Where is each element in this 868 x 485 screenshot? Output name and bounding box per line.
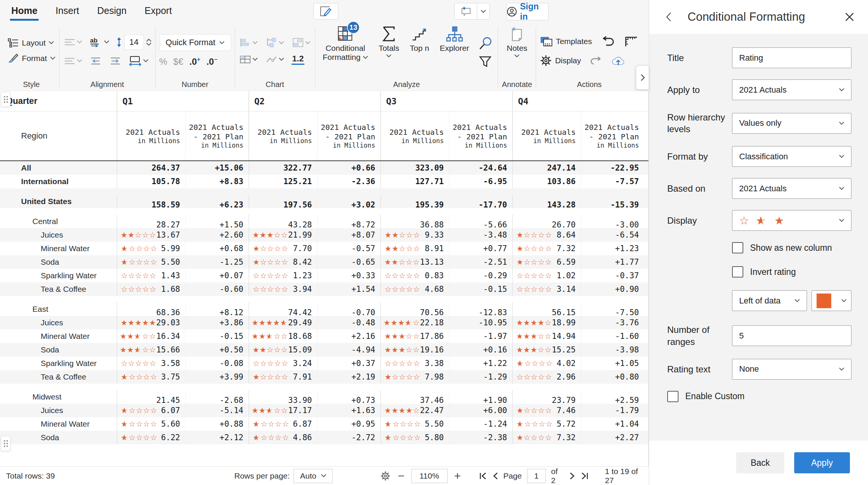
variance-cell[interactable]: +0.07 bbox=[185, 269, 249, 282]
variance-cell[interactable]: -15.39 bbox=[581, 195, 644, 208]
row-label[interactable]: Soda bbox=[0, 433, 117, 442]
row-label[interactable]: East bbox=[0, 305, 117, 314]
currency-format-button[interactable]: $€ bbox=[173, 56, 183, 67]
wrap-text-button[interactable]: ab bbox=[89, 37, 110, 48]
actuals-cell[interactable]: 247.14 bbox=[512, 161, 581, 175]
increase-decimal-button[interactable]: .0+ bbox=[189, 56, 200, 67]
actuals-cell[interactable]: ★☆☆☆☆7.91 bbox=[249, 370, 317, 384]
variance-cell[interactable]: +0.90 bbox=[581, 282, 644, 296]
actuals-cell[interactable]: ☆★☆☆☆☆4.86 bbox=[249, 431, 317, 444]
actuals-cell[interactable]: ☆☆☆☆☆1.68 bbox=[117, 282, 185, 296]
column-width-button[interactable] bbox=[128, 55, 149, 67]
actuals-cell[interactable]: ☆★☆☆☆☆6.07 bbox=[117, 404, 185, 417]
actuals-cell[interactable]: ☆★☆☆☆☆5.72 bbox=[512, 417, 581, 431]
actuals-cell[interactable]: 37.46 bbox=[381, 390, 449, 404]
number-of-ranges-input[interactable]: 5 bbox=[732, 325, 851, 346]
actuals-cell[interactable]: 195.39 bbox=[381, 195, 449, 208]
variance-cell[interactable]: +8.12 bbox=[185, 302, 249, 316]
variance-cell[interactable]: -3.00 bbox=[581, 215, 644, 228]
row-label[interactable]: Tea & Coffee bbox=[0, 372, 117, 381]
actuals-cell[interactable]: ★☆☆☆☆6.59 bbox=[512, 255, 581, 269]
variance-cell[interactable]: +0.88 bbox=[185, 417, 249, 431]
table-view-button[interactable] bbox=[239, 55, 258, 64]
display-button[interactable]: Display bbox=[540, 55, 581, 67]
tab-export[interactable]: Export bbox=[144, 3, 173, 18]
actuals-cell[interactable]: 33.90 bbox=[249, 390, 317, 404]
delta-header-q2[interactable]: 2021 Actuals - 2021 Planin Millions bbox=[317, 111, 381, 160]
zoom-out-button[interactable]: − bbox=[398, 470, 405, 482]
variance-cell[interactable]: -0.70 bbox=[317, 302, 381, 316]
previous-page-button[interactable] bbox=[493, 472, 498, 480]
row-label[interactable]: All bbox=[0, 163, 117, 172]
rows-per-page-select[interactable]: Auto bbox=[293, 469, 333, 483]
actuals-cell[interactable]: 43.28 bbox=[249, 215, 317, 228]
actuals-cell[interactable]: 125.21 bbox=[249, 175, 317, 188]
ruler-button[interactable] bbox=[623, 35, 639, 48]
variance-cell[interactable]: -3.48 bbox=[449, 228, 512, 242]
row-label[interactable]: Mineral Water bbox=[0, 244, 117, 253]
variance-cell[interactable]: +2.16 bbox=[317, 329, 381, 343]
actuals-cell[interactable]: ☆★☆☆☆☆6.87 bbox=[249, 417, 317, 431]
row-label[interactable]: Mineral Water bbox=[0, 332, 117, 341]
variance-cell[interactable]: +0.73 bbox=[317, 390, 381, 404]
actuals-cell[interactable]: ★☆☆☆☆8.42 bbox=[249, 255, 317, 269]
sparkline-button[interactable] bbox=[265, 55, 285, 64]
actuals-cell[interactable]: ★★★☆☆21.99 bbox=[249, 228, 317, 242]
templates-button[interactable]: Templates bbox=[540, 36, 592, 47]
variance-cell[interactable]: -0.48 bbox=[317, 316, 381, 329]
variance-cell[interactable]: -4.94 bbox=[317, 343, 381, 357]
title-input[interactable]: Rating bbox=[732, 47, 851, 68]
last-page-button[interactable] bbox=[580, 472, 588, 480]
measure-header-q3[interactable]: 2021 Actualsin Millions bbox=[381, 111, 449, 160]
variance-cell[interactable]: -0.15 bbox=[185, 329, 249, 343]
measure-header-q1[interactable]: 2021 Actualsin Millions bbox=[117, 111, 185, 160]
variance-cell[interactable]: -1.97 bbox=[449, 329, 512, 343]
zoom-in-button[interactable]: + bbox=[454, 470, 461, 482]
region-header[interactable]: Region bbox=[0, 111, 117, 160]
actuals-cell[interactable]: ★★☆☆☆13.67 bbox=[117, 228, 185, 242]
variance-cell[interactable]: -7.50 bbox=[581, 302, 644, 316]
variance-cell[interactable]: +8.07 bbox=[317, 228, 381, 242]
variance-cell[interactable]: +2.60 bbox=[185, 228, 249, 242]
variance-cell[interactable]: -2.38 bbox=[449, 431, 512, 444]
variance-cell[interactable]: +1.90 bbox=[449, 390, 512, 404]
variance-cell[interactable]: +6.23 bbox=[185, 195, 249, 208]
variance-cell[interactable]: -3.76 bbox=[581, 316, 644, 329]
variance-cell[interactable]: +15.06 bbox=[185, 161, 249, 175]
actuals-cell[interactable]: ★☆☆☆☆7.32 bbox=[512, 242, 581, 255]
actuals-cell[interactable]: 105.78 bbox=[117, 175, 185, 188]
variance-cell[interactable]: +0.37 bbox=[317, 357, 381, 370]
actuals-cell[interactable]: ☆★☆☆☆☆5.50 bbox=[117, 255, 185, 269]
tab-design[interactable]: Design bbox=[96, 3, 127, 18]
variance-cell[interactable]: -0.29 bbox=[449, 269, 512, 282]
variance-cell[interactable]: -6.95 bbox=[449, 175, 512, 188]
variance-cell[interactable]: -2.36 bbox=[317, 175, 381, 188]
quick-format-dropdown[interactable]: Quick Format bbox=[159, 34, 231, 51]
filter-button[interactable] bbox=[478, 55, 494, 69]
actuals-cell[interactable]: ☆★☆☆☆☆3.75 bbox=[117, 370, 185, 384]
row-label[interactable]: Juices bbox=[0, 230, 117, 239]
notes-button[interactable]: Notes bbox=[503, 26, 531, 58]
rating-position-select[interactable]: Left of data bbox=[732, 290, 807, 311]
search-button[interactable] bbox=[478, 35, 494, 51]
variance-cell[interactable]: +6.00 bbox=[449, 404, 512, 417]
actuals-cell[interactable]: 36.88 bbox=[381, 215, 449, 228]
back-chevron-icon[interactable] bbox=[666, 12, 672, 22]
based-on-select[interactable]: 2021 Actuals bbox=[732, 178, 851, 199]
drag-handle-bottom[interactable] bbox=[1, 436, 11, 451]
actuals-cell[interactable]: ☆★☆☆☆☆5.60 bbox=[117, 417, 185, 431]
actuals-cell[interactable]: 23.79 bbox=[512, 390, 581, 404]
quarter-header-q1[interactable]: Q1 bbox=[117, 91, 249, 111]
actuals-cell[interactable]: ☆☆☆☆☆3.24 bbox=[249, 357, 317, 370]
add-comment-button[interactable] bbox=[454, 3, 477, 20]
zoom-level-value[interactable]: 110% bbox=[411, 469, 448, 483]
variance-cell[interactable]: +0.95 bbox=[317, 417, 381, 431]
row-label[interactable]: United States bbox=[0, 197, 117, 206]
actuals-cell[interactable]: ★☆☆☆☆7.32 bbox=[512, 431, 581, 444]
actuals-cell[interactable]: 127.71 bbox=[381, 175, 449, 188]
variance-cell[interactable]: +1.05 bbox=[581, 357, 644, 370]
cloud-upload-button[interactable] bbox=[610, 55, 626, 67]
layout-button[interactable]: Layout bbox=[8, 38, 55, 48]
actuals-cell[interactable]: ★★★☆★☆22.18 bbox=[381, 316, 449, 329]
variance-cell[interactable]: +1.22 bbox=[449, 357, 512, 370]
